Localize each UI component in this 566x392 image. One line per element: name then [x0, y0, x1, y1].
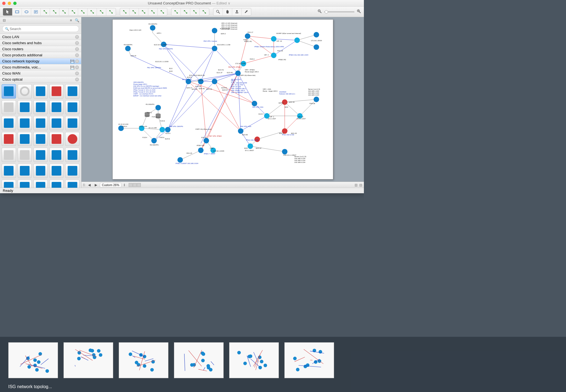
sidebar-mode-list[interactable]: ≡: [68, 18, 74, 23]
library-item[interactable]: Cisco LAN×: [0, 34, 81, 40]
connector-step-tool[interactable]: [59, 8, 69, 15]
fullscreen-window-button[interactable]: [13, 2, 17, 5]
close-library-icon[interactable]: ×: [75, 78, 79, 81]
sidebar-mode-outline[interactable]: ⊟: [1, 18, 7, 23]
chain-tool[interactable]: [97, 8, 106, 15]
zoom-level-select[interactable]: Custom 26%: [100, 183, 121, 187]
shape-stencil[interactable]: [65, 132, 80, 146]
connector-branch-tool[interactable]: [69, 8, 78, 15]
align-tool[interactable]: [190, 8, 200, 15]
line-poly-tool[interactable]: [148, 8, 158, 15]
library-item[interactable]: Cisco switches and hubs×: [0, 40, 81, 46]
shape-stencil[interactable]: [33, 148, 48, 162]
panel-toggle-icon[interactable]: ⎘: [83, 183, 85, 187]
shape-stencil[interactable]: [33, 116, 48, 130]
text-tool[interactable]: [31, 8, 41, 15]
shape-stencil[interactable]: [65, 116, 80, 130]
sidebar-mode-search[interactable]: 🔍: [74, 18, 80, 23]
shape-stencil[interactable]: [33, 180, 48, 188]
shape-stencil[interactable]: [2, 116, 16, 130]
zoom-out-button[interactable]: [318, 9, 322, 15]
distribute-tool[interactable]: [200, 8, 209, 15]
title-chevron-icon[interactable]: ∨: [228, 1, 231, 5]
shape-stencil[interactable]: [18, 148, 32, 162]
shape-stencil[interactable]: [65, 180, 80, 188]
shape-stencil[interactable]: [49, 180, 64, 188]
shape-stencil[interactable]: [18, 100, 32, 115]
close-library-icon[interactable]: ×: [75, 35, 79, 39]
hand-tool[interactable]: [223, 8, 232, 15]
shape-stencil[interactable]: [2, 100, 16, 115]
connector-l-tool[interactable]: [41, 8, 50, 15]
search-input[interactable]: [2, 25, 79, 32]
group-tool[interactable]: [171, 8, 181, 15]
shape-stencil[interactable]: [18, 164, 32, 178]
connector-curve-tool[interactable]: [50, 8, 59, 15]
shape-stencil[interactable]: [2, 84, 16, 99]
save-icon[interactable]: 💾: [70, 65, 74, 69]
shape-stencil[interactable]: [33, 164, 48, 178]
prev-page-button[interactable]: ◀: [87, 183, 92, 187]
shape-stencil[interactable]: [33, 132, 48, 146]
shape-stencil[interactable]: [2, 164, 16, 178]
shape-stencil[interactable]: [18, 116, 32, 130]
shape-stencil[interactable]: [33, 84, 48, 99]
shape-stencil[interactable]: [18, 84, 32, 99]
page-tool[interactable]: [106, 8, 116, 15]
library-item[interactable]: Cisco routers×: [0, 46, 81, 52]
library-item[interactable]: Cisco WAN×: [0, 70, 81, 76]
save-icon[interactable]: 💾: [70, 59, 74, 63]
line-free-tool[interactable]: [158, 8, 167, 15]
shape-stencil[interactable]: [65, 164, 80, 178]
shape-stencil[interactable]: [2, 132, 16, 146]
canvas-area[interactable]: R4-DMVPNR3-DMVPNR-INTERNETR2-DMVPNR1-DMV…: [81, 17, 364, 188]
shape-stencil[interactable]: [49, 100, 64, 115]
layout-toggle-1[interactable]: ▥: [355, 183, 358, 187]
library-item[interactable]: Cisco optical×: [0, 76, 81, 83]
close-library-icon[interactable]: ×: [75, 59, 79, 63]
layout-toggle-2[interactable]: ▤: [359, 183, 362, 187]
zoom-slider[interactable]: [324, 11, 355, 12]
shape-stencil[interactable]: [2, 148, 16, 162]
next-page-button[interactable]: ▶: [93, 183, 98, 187]
line-bezier-tool[interactable]: [139, 8, 148, 15]
eyedropper-tool[interactable]: [242, 8, 251, 15]
shape-stencil[interactable]: [2, 180, 16, 188]
ellipse-tool[interactable]: [22, 8, 31, 15]
minimize-window-button[interactable]: [8, 2, 11, 5]
close-library-icon[interactable]: ×: [75, 53, 79, 57]
line-straight-tool[interactable]: [120, 8, 129, 15]
magnify-tool[interactable]: [213, 8, 223, 15]
shape-stencil[interactable]: [49, 116, 64, 130]
stamp-tool[interactable]: [232, 8, 242, 15]
connector-tree-tool[interactable]: [78, 8, 88, 15]
shape-stencil[interactable]: [65, 100, 80, 115]
shape-stencil[interactable]: [49, 164, 64, 178]
close-library-icon[interactable]: ×: [75, 65, 79, 69]
library-item[interactable]: Cisco multimedia, voic...💾×: [0, 64, 81, 70]
ungroup-tool[interactable]: [181, 8, 190, 15]
shape-stencil[interactable]: [49, 148, 64, 162]
shape-stencil[interactable]: [49, 84, 64, 99]
shape-stencil[interactable]: [65, 84, 80, 99]
library-item[interactable]: Cisco products additional×: [0, 52, 81, 58]
close-library-icon[interactable]: ×: [75, 71, 79, 75]
titlebar[interactable]: Unsaved ConceptDraw PRO Document — Edite…: [0, 0, 364, 7]
pointer-tool[interactable]: [3, 8, 12, 15]
line-arc-tool[interactable]: [129, 8, 139, 15]
close-window-button[interactable]: [2, 2, 6, 5]
connector-ortho-tool[interactable]: [88, 8, 97, 15]
zoom-in-button[interactable]: [357, 9, 361, 15]
shape-stencil[interactable]: [18, 180, 32, 188]
close-library-icon[interactable]: ×: [75, 47, 79, 51]
shape-stencil[interactable]: [65, 148, 80, 162]
shape-stencil[interactable]: [33, 100, 48, 115]
zoom-stepper[interactable]: ▲▼: [123, 183, 125, 187]
rect-tool[interactable]: [12, 8, 22, 15]
library-item[interactable]: Cisco network topology💾×: [0, 58, 81, 64]
shape-stencil[interactable]: [18, 132, 32, 146]
shape-stencil[interactable]: [49, 132, 64, 146]
drawing-page[interactable]: R4-DMVPNR3-DMVPNR-INTERNETR2-DMVPNR1-DMV…: [112, 19, 333, 179]
page-thumbstrip[interactable]: [129, 183, 141, 187]
close-library-icon[interactable]: ×: [75, 41, 79, 45]
